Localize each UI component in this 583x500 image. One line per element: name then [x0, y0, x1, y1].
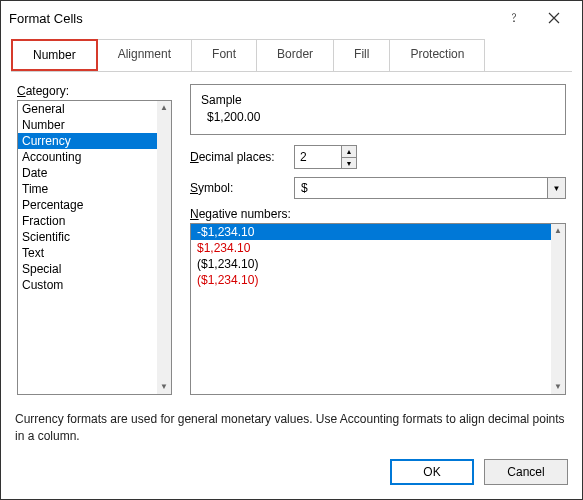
negative-item[interactable]: $1,234.10 [191, 240, 551, 256]
negative-label: Negative numbers: [190, 207, 566, 221]
cancel-button[interactable]: Cancel [484, 459, 568, 485]
tab-font[interactable]: Font [191, 39, 257, 71]
scroll-down-icon: ▼ [554, 380, 562, 394]
symbol-value: $ [295, 178, 547, 198]
category-column: Category: GeneralNumberCurrencyAccountin… [17, 84, 172, 395]
help-icon [508, 12, 520, 24]
close-icon [548, 12, 560, 24]
content-area: Category: GeneralNumberCurrencyAccountin… [11, 71, 572, 401]
symbol-row: Symbol: $ ▼ [190, 177, 566, 199]
category-item[interactable]: General [18, 101, 157, 117]
tab-alignment[interactable]: Alignment [97, 39, 192, 71]
decimal-row: Decimal places: ▲ ▼ [190, 145, 566, 169]
negative-item[interactable]: ($1,234.10) [191, 256, 551, 272]
category-item[interactable]: Date [18, 165, 157, 181]
symbol-label: Symbol: [190, 181, 286, 195]
decimal-spinner[interactable]: ▲ ▼ [294, 145, 357, 169]
category-listbox[interactable]: GeneralNumberCurrencyAccountingDateTimeP… [17, 100, 172, 395]
symbol-select[interactable]: $ ▼ [294, 177, 566, 199]
tab-border[interactable]: Border [256, 39, 334, 71]
tab-protection[interactable]: Protection [389, 39, 485, 71]
category-item[interactable]: Text [18, 245, 157, 261]
decimal-label: Decimal places: [190, 150, 286, 164]
decimal-down-button[interactable]: ▼ [342, 157, 356, 168]
category-item[interactable]: Special [18, 261, 157, 277]
scroll-up-icon: ▲ [554, 224, 562, 238]
format-cells-dialog: Format Cells NumberAlignmentFontBorderFi… [0, 0, 583, 500]
category-item[interactable]: Accounting [18, 149, 157, 165]
sample-value: $1,200.00 [201, 110, 555, 124]
settings-column: Sample $1,200.00 Decimal places: ▲ ▼ Sym… [190, 84, 566, 395]
dialog-title: Format Cells [9, 11, 494, 26]
negative-scrollbar[interactable]: ▲ ▼ [551, 224, 565, 394]
tab-fill[interactable]: Fill [333, 39, 390, 71]
decimal-up-button[interactable]: ▲ [342, 146, 356, 157]
decimal-input[interactable] [295, 146, 341, 168]
category-item[interactable]: Scientific [18, 229, 157, 245]
tab-bar: NumberAlignmentFontBorderFillProtection [11, 39, 572, 71]
button-row: OK Cancel [1, 451, 582, 499]
close-button[interactable] [534, 7, 574, 29]
sample-box: Sample $1,200.00 [190, 84, 566, 135]
scroll-up-icon: ▲ [160, 101, 168, 115]
negative-item[interactable]: ($1,234.10) [191, 272, 551, 288]
titlebar: Format Cells [1, 1, 582, 35]
negative-listbox[interactable]: -$1,234.10$1,234.10($1,234.10)($1,234.10… [190, 223, 566, 395]
negative-item[interactable]: -$1,234.10 [191, 224, 551, 240]
category-item[interactable]: Percentage [18, 197, 157, 213]
category-item[interactable]: Custom [18, 277, 157, 293]
category-item[interactable]: Time [18, 181, 157, 197]
sample-label: Sample [201, 93, 555, 107]
category-item[interactable]: Currency [18, 133, 157, 149]
category-scrollbar[interactable]: ▲ ▼ [157, 101, 171, 394]
tab-number[interactable]: Number [11, 39, 98, 71]
category-item[interactable]: Number [18, 117, 157, 133]
category-label: Category: [17, 84, 172, 98]
category-item[interactable]: Fraction [18, 213, 157, 229]
help-button[interactable] [494, 7, 534, 29]
description-text: Currency formats are used for general mo… [15, 411, 568, 445]
scroll-down-icon: ▼ [160, 380, 168, 394]
ok-button[interactable]: OK [390, 459, 474, 485]
chevron-down-icon: ▼ [547, 178, 565, 198]
